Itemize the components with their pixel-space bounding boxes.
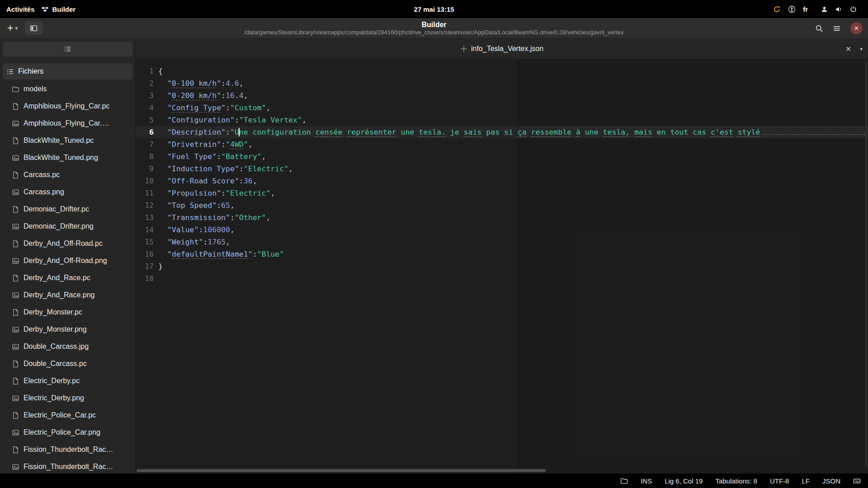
file-row[interactable]: Carcass.pc — [0, 166, 135, 183]
encoding-indicator[interactable]: UTF-8 — [764, 477, 796, 485]
file-row[interactable]: Electric_Derby.png — [0, 389, 135, 407]
file-icon — [12, 309, 19, 316]
window-header-bar: + ▾ Builder /data/games/SteamLibrary/ste… — [0, 18, 868, 39]
line-number: 1 — [136, 65, 154, 77]
file-row[interactable]: Derby_Monster.png — [0, 321, 135, 338]
file-row[interactable]: Demoniac_Drifter.png — [0, 218, 135, 235]
indentation-indicator[interactable]: Tabulations: 8 — [709, 477, 764, 485]
code-line[interactable]: 12 "Top Speed":65, — [136, 199, 868, 211]
code-line[interactable]: 13 "Transmission":"Other", — [136, 211, 868, 224]
file-row[interactable]: Derby_Monster.pc — [0, 304, 135, 321]
file-row[interactable]: Electric_Derby.pc — [0, 372, 135, 389]
tab-list-dropdown-icon[interactable]: ▾ — [860, 46, 863, 52]
code-line[interactable]: 14 "Value":106000, — [136, 224, 868, 236]
line-number: 8 — [136, 150, 154, 163]
file-name-label: Derby_And_Race.png — [24, 291, 94, 299]
panel-switcher-button[interactable] — [3, 42, 132, 56]
file-row[interactable]: Derby_And_Off-Road.pc — [0, 235, 135, 252]
keyboard-button[interactable] — [847, 477, 868, 485]
code-line[interactable]: 2 "0-100 km/h":4.6, — [136, 77, 868, 89]
code-editor[interactable]: 1{2 "0-100 km/h":4.6,3 "0-200 km/h":16.4… — [136, 59, 868, 474]
file-row[interactable]: Demoniac_Drifter.pc — [0, 201, 135, 218]
file-row[interactable]: Fission_Thunderbolt_Rac… — [0, 441, 135, 458]
code-area: 1{2 "0-100 km/h":4.6,3 "0-200 km/h":16.4… — [136, 59, 868, 285]
file-row[interactable]: BlackWhite_Tuned.png — [0, 149, 135, 166]
file-row[interactable]: Electric_Police_Car.png — [0, 424, 135, 441]
tab-close-icon[interactable]: × — [846, 44, 851, 53]
system-status-area[interactable] — [815, 3, 863, 15]
power-icon — [849, 5, 857, 13]
code-line[interactable]: 3 "0-200 km/h":16.4, — [136, 89, 868, 102]
code-line[interactable]: 17} — [136, 260, 868, 272]
insert-mode-indicator[interactable]: INS — [634, 477, 658, 485]
code-line[interactable]: 16 "defaultPaintName1":"Blue" — [136, 248, 868, 260]
file-row[interactable]: Double_Carcass.jpg — [0, 338, 135, 355]
code-text: "0-200 km/h":16.4, — [158, 89, 248, 102]
accessibility-icon[interactable] — [788, 5, 796, 13]
menu-icon[interactable] — [833, 24, 841, 33]
code-line[interactable]: 6 "Description":"Une configuration censé… — [136, 126, 868, 138]
file-name-label: Double_Carcass.pc — [24, 360, 87, 368]
vertical-scrollbar[interactable] — [865, 62, 867, 466]
code-text: "Weight":1765, — [158, 236, 230, 248]
search-icon[interactable] — [815, 24, 823, 33]
file-row[interactable]: Derby_And_Off-Road.png — [0, 252, 135, 269]
new-tab-dropdown-icon[interactable]: ▾ — [15, 25, 18, 31]
file-icon — [12, 206, 19, 213]
new-tab-button[interactable]: + — [5, 23, 15, 33]
files-root-row[interactable]: Fichiers — [3, 63, 132, 80]
file-row[interactable]: Fission_Thunderbolt_Rac… — [0, 458, 135, 474]
code-line[interactable]: 10 "Off-Road Score":36, — [136, 175, 868, 187]
code-text: "Fuel Type":"Battery", — [158, 150, 266, 163]
file-row[interactable]: Amphibious_Flying_Car.pc — [0, 98, 135, 115]
horizontal-scrollbar[interactable] — [137, 469, 867, 473]
image-icon — [12, 463, 19, 471]
file-icon — [12, 274, 19, 282]
sync-icon[interactable] — [773, 5, 781, 13]
gnome-top-bar: Activités Builder 27 mai 13:15 fr — [0, 0, 868, 18]
window-close-button[interactable]: × — [850, 22, 863, 34]
language-indicator[interactable]: JSON — [816, 477, 847, 485]
keyboard-layout-indicator[interactable]: fr — [803, 5, 808, 13]
app-name-label: Builder — [52, 5, 76, 13]
file-name-label: Carcass.png — [24, 188, 64, 196]
focused-app-indicator[interactable]: Builder — [41, 5, 76, 13]
code-line[interactable]: 4 "Config Type":"Custom", — [136, 102, 868, 114]
clock[interactable]: 27 mai 13:15 — [0, 5, 868, 13]
cursor-position-indicator[interactable]: Lig 6, Col 19 — [658, 477, 709, 485]
file-row[interactable]: models — [0, 80, 135, 98]
file-name-label: models — [24, 85, 47, 93]
file-row[interactable]: Amphibious_Flying_Car.… — [0, 115, 135, 132]
file-name-label: Derby_And_Off-Road.pc — [24, 239, 103, 248]
sidebar-toggle-button[interactable] — [25, 22, 43, 35]
project-folder-button[interactable] — [614, 477, 634, 485]
builder-app-icon — [41, 5, 49, 13]
file-row[interactable]: Double_Carcass.pc — [0, 355, 135, 372]
code-line[interactable]: 1{ — [136, 65, 868, 77]
code-line[interactable]: 8 "Fuel Type":"Battery", — [136, 150, 868, 163]
line-number: 2 — [136, 77, 154, 89]
file-icon — [12, 412, 19, 419]
file-row[interactable]: Electric_Police_Car.pc — [0, 407, 135, 424]
line-number: 3 — [136, 89, 154, 102]
file-icon — [12, 240, 19, 248]
code-line[interactable]: 9 "Induction Type":"Electric", — [136, 163, 868, 175]
tab-info-tesla-vertex[interactable]: info_Tesla_Vertex.json — [460, 45, 543, 53]
tab-bar: info_Tesla_Vertex.json × ▾ — [136, 39, 868, 59]
image-icon — [12, 291, 19, 299]
horizontal-scrollbar-handle[interactable] — [137, 469, 546, 472]
file-row[interactable]: Carcass.png — [0, 183, 135, 201]
activities-button[interactable]: Activités — [6, 5, 35, 13]
file-row[interactable]: Derby_And_Race.pc — [0, 269, 135, 286]
file-name-label: Derby_Monster.pc — [24, 308, 82, 316]
code-line[interactable]: 11 "Propulsion":"Electric", — [136, 187, 868, 199]
code-line[interactable]: 18 — [136, 272, 868, 285]
file-row[interactable]: BlackWhite_Tuned.pc — [0, 132, 135, 149]
code-line[interactable]: 7 "Drivetrain":"4WD", — [136, 138, 868, 150]
line-ending-indicator[interactable]: LF — [795, 477, 816, 485]
file-row[interactable]: Derby_And_Race.png — [0, 286, 135, 304]
code-text: "Description":"Une configuration censée … — [158, 126, 760, 138]
main-area: Fichiers modelsAmphibious_Flying_Car.pcA… — [0, 39, 868, 474]
code-line[interactable]: 5 "Configuration":"Tesla Vertex", — [136, 114, 868, 126]
code-line[interactable]: 15 "Weight":1765, — [136, 236, 868, 248]
